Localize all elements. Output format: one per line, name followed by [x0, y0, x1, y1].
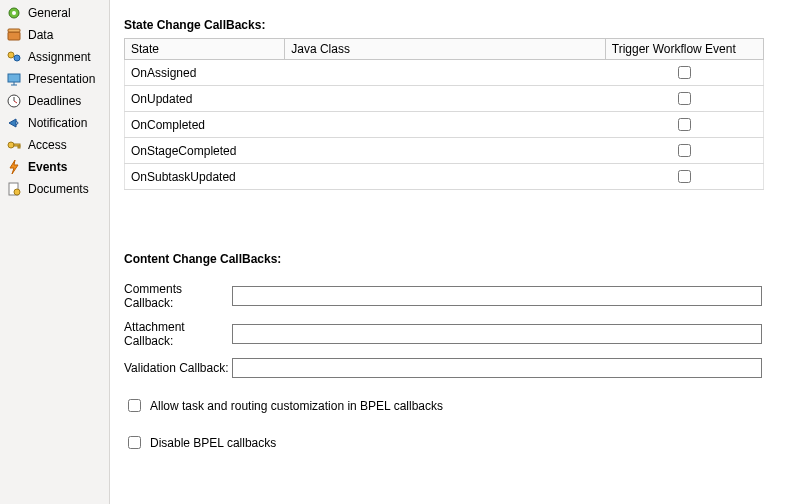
sidebar-item-documents[interactable]: Documents	[0, 178, 109, 200]
table-row[interactable]: OnSubtaskUpdated	[125, 164, 764, 190]
svg-marker-16	[10, 160, 18, 174]
table-row[interactable]: OnCompleted	[125, 112, 764, 138]
svg-rect-6	[8, 74, 20, 82]
table-row[interactable]: OnAssigned	[125, 60, 764, 86]
state-cell[interactable]: OnCompleted	[125, 112, 285, 138]
trigger-cell	[605, 138, 763, 164]
java-class-cell[interactable]	[285, 112, 606, 138]
col-java-class[interactable]: Java Class	[285, 39, 606, 60]
sidebar-item-label: General	[28, 6, 71, 20]
sidebar-item-notification[interactable]: Notification	[0, 112, 109, 134]
disable-bpel-label: Disable BPEL callbacks	[150, 436, 276, 450]
disable-bpel-row: Disable BPEL callbacks	[124, 433, 785, 452]
allow-customization-label: Allow task and routing customization in …	[150, 399, 443, 413]
attachment-callback-input[interactable]	[232, 324, 762, 344]
sidebar-item-general[interactable]: General	[0, 2, 109, 24]
svg-point-1	[12, 11, 16, 15]
svg-rect-3	[8, 29, 20, 32]
state-cell[interactable]: OnStageCompleted	[125, 138, 285, 164]
sidebar-item-label: Access	[28, 138, 67, 152]
sidebar-item-presentation[interactable]: Presentation	[0, 68, 109, 90]
sidebar-item-label: Data	[28, 28, 53, 42]
sidebar-item-label: Assignment	[28, 50, 91, 64]
state-cell[interactable]: OnAssigned	[125, 60, 285, 86]
validation-callback-row: Validation Callback:	[124, 358, 785, 378]
table-row[interactable]: OnStageCompleted	[125, 138, 764, 164]
sidebar-item-events[interactable]: Events	[0, 156, 109, 178]
allow-customization-row: Allow task and routing customization in …	[124, 396, 785, 415]
validation-callback-label: Validation Callback:	[124, 361, 232, 375]
attachment-callback-row: Attachment Callback:	[124, 320, 785, 348]
validation-callback-input[interactable]	[232, 358, 762, 378]
bell-icon	[6, 115, 22, 131]
col-trigger[interactable]: Trigger Workflow Event	[605, 39, 763, 60]
trigger-cell	[605, 164, 763, 190]
trigger-checkbox[interactable]	[678, 170, 691, 183]
sidebar-item-deadlines[interactable]: Deadlines	[0, 90, 109, 112]
key-icon	[6, 137, 22, 153]
assignment-icon	[6, 49, 22, 65]
trigger-checkbox[interactable]	[678, 144, 691, 157]
trigger-cell	[605, 112, 763, 138]
presentation-icon	[6, 71, 22, 87]
document-icon	[6, 181, 22, 197]
sidebar-item-label: Events	[28, 160, 67, 174]
data-icon	[6, 27, 22, 43]
java-class-cell[interactable]	[285, 86, 606, 112]
gear-icon	[6, 5, 22, 21]
sidebar-item-label: Documents	[28, 182, 89, 196]
trigger-cell	[605, 60, 763, 86]
state-change-table: State Java Class Trigger Workflow Event …	[124, 38, 764, 190]
state-change-title: State Change CallBacks:	[124, 18, 785, 32]
sidebar-item-assignment[interactable]: Assignment	[0, 46, 109, 68]
sidebar-item-label: Deadlines	[28, 94, 81, 108]
main-panel: State Change CallBacks: State Java Class…	[110, 0, 795, 504]
comments-callback-label: Comments Callback:	[124, 282, 232, 310]
svg-rect-15	[18, 146, 20, 148]
svg-rect-2	[8, 32, 20, 40]
sidebar-item-label: Notification	[28, 116, 87, 130]
comments-callback-row: Comments Callback:	[124, 282, 785, 310]
sidebar: General Data Assignment Presentation Dea…	[0, 0, 110, 504]
state-cell[interactable]: OnUpdated	[125, 86, 285, 112]
trigger-checkbox[interactable]	[678, 66, 691, 79]
java-class-cell[interactable]	[285, 164, 606, 190]
svg-point-18	[14, 189, 20, 195]
sidebar-item-access[interactable]: Access	[0, 134, 109, 156]
clock-icon	[6, 93, 22, 109]
java-class-cell[interactable]	[285, 60, 606, 86]
trigger-checkbox[interactable]	[678, 118, 691, 131]
lightning-icon	[6, 159, 22, 175]
content-change-title: Content Change CallBacks:	[124, 252, 785, 266]
svg-point-5	[14, 55, 20, 61]
table-row[interactable]: OnUpdated	[125, 86, 764, 112]
sidebar-item-data[interactable]: Data	[0, 24, 109, 46]
state-cell[interactable]: OnSubtaskUpdated	[125, 164, 285, 190]
trigger-checkbox[interactable]	[678, 92, 691, 105]
svg-point-13	[8, 142, 14, 148]
attachment-callback-label: Attachment Callback:	[124, 320, 232, 348]
comments-callback-input[interactable]	[232, 286, 762, 306]
col-state[interactable]: State	[125, 39, 285, 60]
svg-point-4	[8, 52, 14, 58]
trigger-cell	[605, 86, 763, 112]
sidebar-item-label: Presentation	[28, 72, 95, 86]
allow-customization-checkbox[interactable]	[128, 399, 141, 412]
java-class-cell[interactable]	[285, 138, 606, 164]
disable-bpel-checkbox[interactable]	[128, 436, 141, 449]
svg-marker-12	[9, 119, 16, 127]
